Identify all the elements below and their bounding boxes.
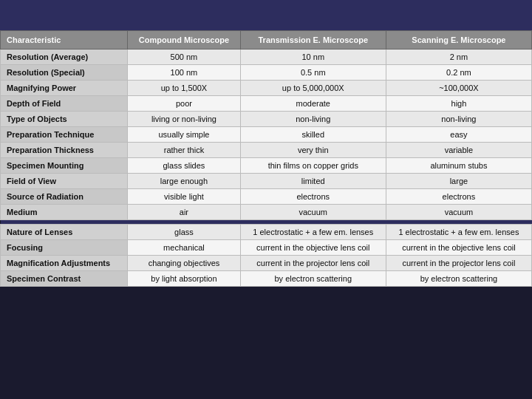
row-value: air [128,205,241,220]
row-value: thin films on copper grids [240,158,386,174]
row-value: current in the objective lens coil [386,240,531,256]
table-row: Preparation Techniqueusually simpleskill… [1,127,532,143]
row-value: glass slides [128,158,241,174]
row-label: Source of Radiation [1,189,128,205]
row-value: 2 nm [386,50,531,65]
row-value: large [386,174,531,189]
row-value: current in the objective lens coil [240,240,386,256]
row-label: Magnifying Power [1,81,128,96]
row-value: ~100,000X [386,81,531,96]
row-value: easy [386,127,531,143]
row-value: moderate [240,96,386,112]
row-value: visible light [128,189,241,205]
comparison-table: Characteristic Compound Microscope Trans… [0,30,532,287]
table-row: Depth of Fieldpoormoderatehigh [1,96,532,112]
row-value: poor [128,96,241,112]
table-row: Preparation Thicknessrather thickvery th… [1,143,532,158]
row-label: Field of View [1,174,128,189]
row-value: large enough [128,174,241,189]
table-header-row: Characteristic Compound Microscope Trans… [1,31,532,50]
table-row: Nature of Lensesglass1 electrostatic + a… [1,225,532,240]
col-characteristic: Characteristic [1,31,128,50]
row-value: 0.5 nm [240,65,386,81]
row-value: by electron scattering [240,271,386,287]
row-value: current in the projector lens coil [386,256,531,271]
col-scanning: Scanning E. Microscope [386,31,531,50]
col-compound: Compound Microscope [128,31,241,50]
row-value: non-living [386,112,531,127]
row-value: 100 nm [128,65,241,81]
row-value: electrons [240,189,386,205]
row-label: Medium [1,205,128,220]
row-label: Resolution (Average) [1,50,128,65]
table-row: Mediumairvacuumvacuum [1,205,532,220]
row-label: Preparation Technique [1,127,128,143]
row-value: up to 1,500X [128,81,241,96]
col-transmission: Transmission E. Microscope [240,31,386,50]
row-label: Nature of Lenses [1,225,128,240]
row-value: aluminum stubs [386,158,531,174]
row-value: high [386,96,531,112]
row-value: by light absorption [128,271,241,287]
table-row: Field of Viewlarge enoughlimitedlarge [1,174,532,189]
row-value: non-living [240,112,386,127]
row-value: very thin [240,143,386,158]
row-label: Specimen Contrast [1,271,128,287]
row-label: Resolution (Special) [1,65,128,81]
row-value: by electron scattering [386,271,531,287]
table-row: Source of Radiationvisible lightelectron… [1,189,532,205]
row-value: 10 nm [240,50,386,65]
table-row: Type of Objectsliving or non-livingnon-l… [1,112,532,127]
row-value: vacuum [386,205,531,220]
table-row: Resolution (Average)500 nm10 nm2 nm [1,50,532,65]
table-container: Characteristic Compound Microscope Trans… [0,30,532,376]
row-label: Magnification Adjustments [1,256,128,271]
row-value: vacuum [240,205,386,220]
row-value: living or non-living [128,112,241,127]
header-section [0,0,532,30]
row-value: up to 5,000,000X [240,81,386,96]
row-label: Specimen Mounting [1,158,128,174]
table-row: Resolution (Special)100 nm0.5 nm0.2 nm [1,65,532,81]
row-value: usually simple [128,127,241,143]
row-label: Preparation Thickness [1,143,128,158]
row-value: glass [128,225,241,240]
row-value: 1 electrostatic + a few em. lenses [386,225,531,240]
table-row: Magnifying Powerup to 1,500Xup to 5,000,… [1,81,532,96]
row-label: Focusing [1,240,128,256]
row-value: skilled [240,127,386,143]
row-value: 0.2 nm [386,65,531,81]
row-label: Depth of Field [1,96,128,112]
row-value: 500 nm [128,50,241,65]
row-value: mechanical [128,240,241,256]
row-value: variable [386,143,531,158]
row-value: rather thick [128,143,241,158]
table-row: Focusingmechanicalcurrent in the objecti… [1,240,532,256]
table-row: Magnification Adjustmentschanging object… [1,256,532,271]
table-row: Specimen Contrastby light absorptionby e… [1,271,532,287]
table-row: Specimen Mountingglass slidesthin films … [1,158,532,174]
row-value: 1 electrostatic + a few em. lenses [240,225,386,240]
row-label: Type of Objects [1,112,128,127]
row-value: electrons [386,189,531,205]
row-value: limited [240,174,386,189]
row-value: changing objectives [128,256,241,271]
row-value: current in the projector lens coil [240,256,386,271]
